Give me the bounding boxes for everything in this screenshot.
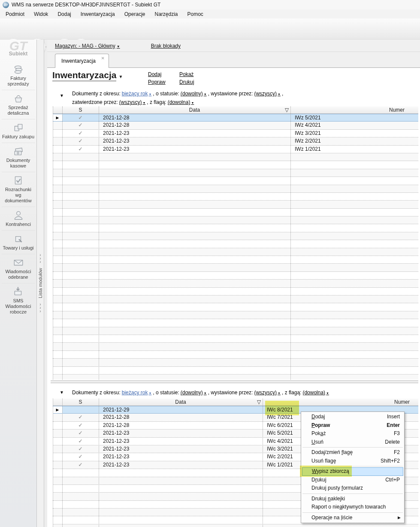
context-menu-item[interactable]: Raport o nieaktywnych towarach [301,503,404,512]
table-row-empty[interactable] [53,367,418,375]
context-menu-item[interactable]: Drukuj naklejki [301,495,404,503]
table-row-empty[interactable] [53,161,418,169]
table-row-empty[interactable] [53,327,418,335]
sidebar-item[interactable]: Wiadomości odebrane [2,254,35,283]
col-header-numer[interactable]: Numer [290,107,418,113]
menu-inwentaryzacja[interactable]: Inwentaryzacja [76,10,120,18]
table-row-empty[interactable] [53,232,418,240]
filter-value[interactable]: (dowolny)▼ [181,390,207,396]
table-row-empty[interactable] [53,295,418,303]
table-row-empty[interactable] [53,264,418,271]
boxes-icon [2,122,35,133]
table-row-empty[interactable] [53,153,418,161]
context-menu-item[interactable]: Usuń flagęShift+F2 [301,457,404,466]
menu-operacje[interactable]: Operacje [120,10,150,18]
sidebar-item[interactable]: Faktury zakupu [2,119,35,143]
table-row[interactable]: ▶✓2021-12-28IWz 5/2021 [53,114,418,122]
sidebar-item[interactable]: SMS Wiadomości robocze [2,283,35,318]
col-header-numer[interactable]: Numer [263,399,418,405]
table-row-empty[interactable] [53,177,418,185]
context-menu-item[interactable]: DrukujCtrl+P [301,476,404,484]
page-title[interactable]: Inwentaryzacja▼ [52,70,123,81]
table-row-empty[interactable] [53,288,418,295]
table-row-empty[interactable] [53,224,418,232]
table-row-empty[interactable] [53,169,418,177]
sort-indicator-icon[interactable]: ▽ [257,399,261,405]
filter-value[interactable]: (wszyscy)▼ [119,99,146,105]
tab-inwentaryzacja[interactable]: Inwentaryzacja ✕ [55,54,109,68]
menu-widok[interactable]: Widok [29,10,53,18]
context-menu-item[interactable]: UsuńDelete [301,438,404,447]
action-link-dodaj[interactable]: Dodaj [148,70,166,78]
table-row-empty[interactable] [53,524,418,527]
table-row[interactable]: ✓2021-12-23IWz 1/2021 [53,146,418,153]
action-link-pokaż[interactable]: Pokaż [179,70,194,78]
context-menu-item[interactable]: Operacje na liście▶ [301,514,404,522]
table-row-empty[interactable] [53,280,418,287]
sidebar-item[interactable]: Rozrachunki wg dokumentów [2,172,35,207]
cell-number: IWc 8/2021 [267,406,293,413]
table-row-empty[interactable] [53,335,418,343]
col-header-s[interactable]: S [62,107,99,113]
menu-pomoc[interactable]: Pomoc [183,10,208,18]
table-row-empty[interactable] [53,272,418,280]
filter-value[interactable]: bieżący rok▼ [122,390,152,396]
close-icon[interactable]: ✕ [101,56,105,61]
table-header[interactable]: SData▽Numer [53,399,418,406]
table-row-empty[interactable] [53,359,418,366]
context-menu-item[interactable]: DodajInsert [301,413,404,421]
table-row[interactable]: ✓2021-12-23IWz 2/2021 [53,137,418,145]
table-row-empty[interactable] [53,248,418,256]
table-row-empty[interactable] [53,193,418,201]
sidebar-item[interactable]: Faktury sprzedaży [2,61,35,90]
dropdown-arrow-icon[interactable]: ▾ [45,45,47,49]
filter-value[interactable]: (dowolna)▼ [168,99,194,105]
table-header[interactable]: SData▽Numer [53,107,418,114]
table-row-empty[interactable] [53,185,418,193]
col-header-data[interactable]: Data [99,399,263,405]
col-header-s[interactable]: S [62,399,99,405]
context-menu-item[interactable]: PoprawEnter [301,421,404,430]
cell-number: IWz 4/2021 [295,122,321,129]
action-link-popraw[interactable]: Popraw [148,78,166,86]
sidebar-item[interactable]: Dokumenty kasowe [2,143,35,172]
filter-value[interactable]: (wszyscy)▼ [254,390,281,396]
action-link-drukuj[interactable]: Drukuj [179,78,194,86]
table-row-empty[interactable] [53,240,418,248]
context-menu-item[interactable]: Dodaj/zmień flagęF2 [301,448,404,457]
table-row-empty[interactable] [53,319,418,327]
sidebar-item[interactable]: Sprzedaż detaliczna [2,90,35,119]
filter-value[interactable]: (dowolna)▼ [302,390,329,396]
collapse-filter-icon[interactable]: ▼ [60,390,64,395]
context-menu-item[interactable]: Wypisz zbiorczą [302,467,403,476]
table-row-empty[interactable] [53,375,418,380]
table-row[interactable]: ✓2021-12-28IWz 4/2021 [53,122,418,129]
table-row-empty[interactable] [53,343,418,350]
table-row-empty[interactable] [53,216,418,224]
context-menu-item[interactable]: Drukuj pusty formularz [301,484,404,493]
context-menu-item[interactable]: PokażF3 [301,430,404,438]
menu-dodaj[interactable]: Dodaj [53,10,76,18]
splitter-handle[interactable] [51,381,418,383]
table-row-empty[interactable] [53,201,418,208]
filter-value[interactable]: (dowolny)▼ [181,91,207,97]
sidebar-item[interactable]: Towary i usługi [2,230,35,254]
table-row[interactable]: ✓2021-12-23IWz 3/2021 [53,130,418,137]
filter-value[interactable]: bieżący rok▼ [122,91,152,97]
sidebar-item[interactable]: Kontrahenci [2,207,35,230]
table-row-empty[interactable] [53,303,418,311]
col-header-data[interactable]: Data [99,107,290,113]
modules-list-collapsed-panel[interactable]: › › › Lista modułów › › › [36,40,44,527]
menu-narzędzia[interactable]: Narzędzia [150,10,182,18]
cell-number: IWc 5/2021 [267,430,293,437]
collapse-filter-icon[interactable]: ▼ [60,93,64,98]
filter-value[interactable]: (wszyscy)▼ [254,91,281,97]
table-row-empty[interactable] [53,209,418,216]
lock-status-link[interactable]: Brak blokady [151,43,181,51]
table-row-empty[interactable] [53,311,418,319]
table-row-empty[interactable] [53,256,418,264]
sort-indicator-icon[interactable]: ▽ [285,107,289,113]
table-row-empty[interactable] [53,351,418,359]
menu-podmiot[interactable]: Podmiot [1,10,29,18]
warehouse-selector[interactable]: Magazyn: - MAG - Główny▼ [55,43,120,51]
